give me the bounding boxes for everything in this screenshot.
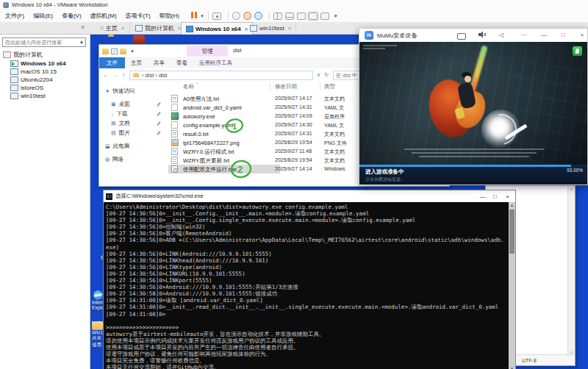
contextual-tab-manage[interactable]: 管理 bbox=[187, 46, 228, 57]
sort-asc-icon: ^ bbox=[196, 82, 198, 86]
tab-home[interactable]: ⌂ 主页 × bbox=[96, 22, 130, 35]
sidebar-close-icon[interactable]: × bbox=[81, 24, 85, 31]
pause-caret-icon[interactable]: ▼ bbox=[200, 14, 204, 18]
tree-item-istoreos[interactable]: istoreOS bbox=[10, 84, 43, 92]
menu-file[interactable]: 文件(F) bbox=[4, 11, 26, 21]
folder-icon[interactable] bbox=[102, 49, 109, 54]
window-title: Windows 10 x64 - VMware Workstation bbox=[12, 1, 108, 8]
nav-pictures[interactable]: ▨ 图片 bbox=[111, 129, 130, 137]
menu-edit[interactable]: 编辑(E) bbox=[32, 11, 54, 21]
tab-my-computer[interactable]: 我的计算机 × bbox=[131, 22, 187, 35]
snapshot-revert-button[interactable] bbox=[243, 12, 251, 20]
ribbon-tab-share[interactable]: 共享 bbox=[148, 57, 171, 68]
tree-item-ubuntu2204[interactable]: Ubuntu2204 bbox=[10, 76, 53, 84]
nav-this-pc[interactable]: ⬓ 此电脑 bbox=[105, 142, 129, 150]
nav-downloads[interactable]: ↓ 下载 bbox=[111, 110, 128, 118]
encoding-status: UTF-8 bbox=[515, 355, 542, 365]
cmd-output: C:\Users\Administrator\Desktop\dist\dist… bbox=[104, 202, 509, 369]
ctrl-alt-del-button[interactable] bbox=[212, 12, 221, 20]
tab-close-icon[interactable]: × bbox=[288, 25, 292, 32]
scroll-up-icon[interactable]: ▲ bbox=[509, 203, 515, 207]
nav-desktop[interactable]: ▣ 桌面 bbox=[111, 100, 130, 108]
loading-percent: 93.00% bbox=[567, 168, 583, 173]
checkbox-icon[interactable]: ✓ bbox=[111, 49, 118, 54]
apk-install-icon[interactable] bbox=[457, 33, 466, 40]
nav-documents[interactable]: ▤ 文档 bbox=[111, 119, 130, 127]
menu-view[interactable]: 查看(V) bbox=[60, 11, 83, 21]
tree-item-windows10-x64[interactable]: Windows 10 x64 bbox=[10, 60, 66, 68]
breadcrumb[interactable]: › dist › dist bbox=[129, 71, 313, 80]
mute-icon[interactable] bbox=[477, 31, 487, 40]
mumu-emulator-window: m MuMu安卓设备 ◁ ⋯ — □ × bbox=[359, 28, 588, 185]
png-file-icon bbox=[171, 139, 179, 146]
mumu-titlebar[interactable]: m MuMu安卓设备 ◁ ⋯ — □ × bbox=[359, 29, 587, 42]
up-icon[interactable]: ↑ bbox=[122, 72, 125, 79]
snapshot-take-button[interactable] bbox=[232, 12, 240, 20]
library-search-input[interactable] bbox=[2, 37, 86, 47]
editor-scrollbar[interactable]: ∧ ∨ bbox=[567, 186, 575, 355]
android-back-icon[interactable]: ◁ bbox=[496, 31, 506, 40]
pause-button[interactable] bbox=[191, 12, 198, 20]
maximize-icon[interactable]: □ bbox=[558, 31, 568, 40]
column-type[interactable]: 类型 bbox=[324, 83, 335, 90]
stretch-caret-icon[interactable]: ▼ bbox=[334, 14, 338, 18]
menu-vm[interactable]: 虚拟机(M) bbox=[89, 11, 118, 21]
unity-button[interactable] bbox=[309, 12, 318, 20]
nav-network[interactable]: ◍ 网络 bbox=[105, 155, 123, 163]
ribbon-tab-home[interactable]: 主页 bbox=[125, 57, 148, 68]
minimize-icon[interactable]: — bbox=[539, 31, 549, 40]
maximize-icon[interactable]: □ bbox=[489, 193, 501, 200]
scroll-down-icon[interactable]: ▼ bbox=[509, 366, 515, 369]
column-name[interactable]: 名称 bbox=[183, 83, 194, 90]
pin-icon bbox=[157, 112, 160, 116]
column-date[interactable]: 修改日期 bbox=[275, 83, 297, 90]
cmd-titlebar[interactable]: C:\ 选择C:\Windows\system32\cmd.exe — □ × bbox=[104, 190, 515, 202]
game-screen bbox=[359, 42, 587, 165]
loading-title: 进入游戏准备中 bbox=[365, 168, 404, 176]
close-icon[interactable]: × bbox=[501, 193, 514, 200]
loading-info-strip: 进入游戏准备中 正在加载游戏资源... 93.00% bbox=[359, 167, 587, 184]
scroll-up-icon[interactable]: ∧ bbox=[569, 187, 574, 191]
close-icon[interactable]: × bbox=[577, 31, 587, 40]
bat-file-icon bbox=[171, 165, 178, 173]
back-icon[interactable]: ← bbox=[103, 72, 109, 79]
nav-quick-access[interactable]: ★ 快速访问 bbox=[105, 87, 135, 95]
scroll-thumb[interactable] bbox=[509, 209, 514, 254]
tab-windows10-x64[interactable]: Windows 10 x64 × bbox=[181, 22, 253, 35]
minimize-icon[interactable]: — bbox=[476, 193, 489, 200]
text-file-icon bbox=[171, 148, 178, 155]
yaml-file-icon bbox=[171, 121, 178, 129]
desktop-icon-ex[interactable]: Ex bbox=[91, 255, 104, 260]
vm-icon bbox=[10, 85, 18, 91]
qat-caret-icon[interactable]: ▼ bbox=[130, 49, 135, 54]
library-pane-button[interactable] bbox=[273, 12, 282, 20]
more-icon[interactable]: ⋯ bbox=[519, 31, 529, 40]
thumbnail-bar-button[interactable] bbox=[285, 12, 294, 20]
cmd-scrollbar[interactable]: ▲ ▼ bbox=[509, 202, 515, 369]
tab-win10test[interactable]: win10test × bbox=[245, 22, 296, 35]
vmware-logo-icon bbox=[3, 2, 9, 8]
ribbon-tab-view[interactable]: 查看 bbox=[171, 57, 193, 68]
address-dropdown-icon[interactable]: ∨ bbox=[317, 72, 320, 78]
tree-root-my-computer[interactable]: 我的计算机 bbox=[3, 51, 43, 59]
text-file-icon bbox=[171, 157, 178, 164]
explorer-nav-pane: ★ 快速访问 ▣ 桌面 ↓ 下载 ▤ 文档 bbox=[99, 82, 168, 186]
refresh-icon[interactable]: ↻ bbox=[324, 72, 329, 78]
text-file-icon bbox=[171, 95, 178, 102]
tree-item-macos[interactable]: macOS 10.15 bbox=[10, 68, 57, 76]
tree-item-win10test[interactable]: win10test bbox=[10, 92, 46, 100]
menu-tabs[interactable]: 选项卡(T) bbox=[124, 11, 152, 21]
snapshot-manager-button[interactable] bbox=[254, 12, 262, 20]
ie-icon bbox=[93, 290, 103, 300]
ribbon-tab-file[interactable]: 文件 bbox=[99, 57, 125, 68]
menu-help[interactable]: 帮助(H) bbox=[158, 11, 181, 21]
folder-icon[interactable] bbox=[120, 49, 126, 54]
ribbon-tab-app-tools[interactable]: 应用程序工具 bbox=[193, 57, 238, 68]
mumu-title: MuMu安卓设备 bbox=[377, 32, 417, 40]
forward-icon[interactable]: → bbox=[112, 72, 118, 79]
stretch-button[interactable] bbox=[320, 12, 329, 20]
search-dropdown-icon[interactable]: ▼ bbox=[79, 40, 84, 45]
cmd-title: 选择C:\Windows\system32\cmd.exe bbox=[115, 193, 204, 200]
tab-close-icon[interactable]: × bbox=[121, 25, 125, 32]
fullscreen-button[interactable] bbox=[297, 12, 306, 20]
